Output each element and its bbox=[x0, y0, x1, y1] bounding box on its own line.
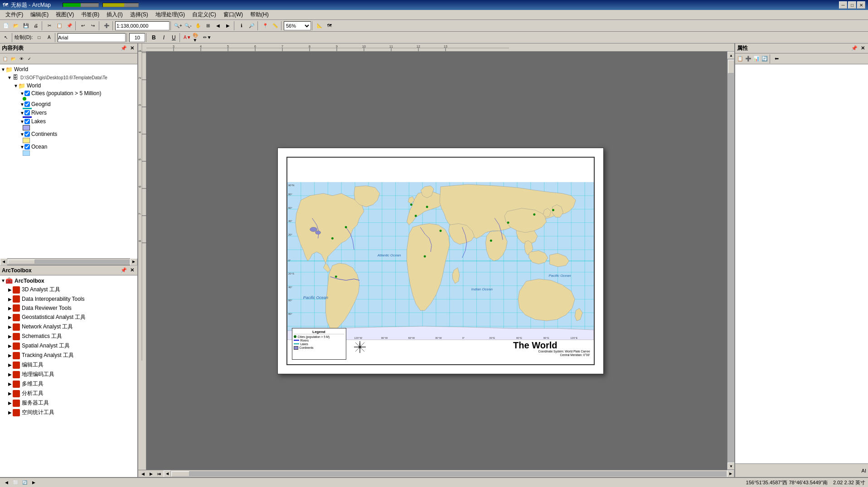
dr-expand[interactable]: ▶ bbox=[8, 306, 13, 311]
menu-view[interactable]: 视图(V) bbox=[52, 10, 78, 19]
rivers-checkbox[interactable] bbox=[24, 110, 30, 116]
toc-scroll-left[interactable]: ◀ bbox=[0, 258, 7, 265]
md-expand[interactable]: ▶ bbox=[8, 381, 13, 386]
ocean-checkbox[interactable] bbox=[24, 144, 30, 149]
menu-bookmarks[interactable]: 书签(B) bbox=[78, 10, 103, 19]
data-view-button[interactable]: 🗺 bbox=[325, 21, 335, 31]
find-button[interactable]: 🔎 bbox=[247, 21, 257, 31]
geo-expand[interactable]: ▶ bbox=[8, 315, 13, 320]
add-data-button[interactable]: ➕ bbox=[102, 21, 112, 31]
tool-data-reviewer[interactable]: ▶ Data Reviewer Tools bbox=[1, 304, 136, 313]
props-btn2[interactable]: ➕ bbox=[744, 55, 752, 63]
toc-list-by-source[interactable]: 📂 bbox=[9, 55, 17, 63]
an-expand[interactable]: ▶ bbox=[8, 391, 13, 396]
print-button[interactable]: 🖨 bbox=[31, 21, 41, 31]
draw-text[interactable]: A bbox=[44, 33, 54, 43]
tool-server[interactable]: ▶ 服务器工具 bbox=[1, 398, 136, 408]
paste-button[interactable]: 📌 bbox=[64, 21, 74, 31]
status-sync[interactable]: 🔄 bbox=[21, 479, 28, 486]
scroll-right-btn[interactable]: ▶ bbox=[727, 470, 734, 477]
toc-scroll-right[interactable]: ▶ bbox=[130, 258, 137, 265]
properties-close-button[interactable]: ✕ bbox=[859, 45, 866, 52]
tool-analysis[interactable]: ▶ 分析工具 bbox=[1, 389, 136, 398]
toc-list-by-visibility[interactable]: 👁 bbox=[17, 55, 25, 63]
full-extent-button[interactable]: ⊞ bbox=[203, 21, 213, 31]
status-page-left[interactable]: ◀ bbox=[3, 479, 10, 486]
back-extent-button[interactable]: ◀ bbox=[213, 21, 223, 31]
properties-pin-button[interactable]: 📌 bbox=[851, 45, 858, 52]
toc-pin-button[interactable]: 📌 bbox=[120, 45, 127, 52]
cities-checkbox[interactable] bbox=[24, 91, 30, 96]
rivers-expand[interactable]: ▼ bbox=[20, 111, 24, 116]
na-expand[interactable]: ▶ bbox=[8, 324, 13, 329]
edit-expand[interactable]: ▶ bbox=[8, 362, 13, 367]
italic-button[interactable]: I bbox=[159, 33, 169, 43]
menu-file[interactable]: 文件(F) bbox=[2, 10, 27, 19]
scroll-left-btn[interactable]: ◀ bbox=[164, 470, 171, 477]
map-scroll-up[interactable]: ▲ bbox=[727, 52, 734, 59]
page-nav-right[interactable]: ▶ bbox=[147, 470, 155, 477]
line-color-button[interactable]: ✏▼ bbox=[202, 33, 212, 43]
zoom-out-button[interactable]: 🔍- bbox=[183, 21, 193, 31]
copy-button[interactable]: 📋 bbox=[54, 21, 64, 31]
menu-help[interactable]: 帮助(H) bbox=[247, 10, 272, 19]
sch-expand[interactable]: ▶ bbox=[8, 334, 13, 339]
tool-geostatistical[interactable]: ▶ Geostatistical Analyst 工具 bbox=[1, 313, 136, 322]
geogrid-checkbox[interactable] bbox=[24, 101, 30, 107]
world-group-expand-icon[interactable]: ▼ bbox=[14, 83, 18, 88]
goto-xy-button[interactable]: 📍 bbox=[260, 21, 270, 31]
undo-button[interactable]: ↩ bbox=[78, 21, 88, 31]
status-toggle[interactable]: ⬜ bbox=[12, 479, 19, 486]
tool-3d-analyst[interactable]: ▶ 3D Analyst 工具 bbox=[1, 285, 136, 294]
underline-button[interactable]: U bbox=[169, 33, 179, 43]
ocean-expand[interactable]: ▼ bbox=[20, 145, 24, 149]
new-button[interactable]: 📄 bbox=[1, 21, 11, 31]
font-name-input[interactable] bbox=[58, 33, 126, 42]
toolbox-pin-button[interactable]: 📌 bbox=[120, 267, 127, 274]
map-scroll-track-v[interactable] bbox=[727, 59, 734, 463]
open-button[interactable]: 📂 bbox=[11, 21, 21, 31]
toc-scroll-track[interactable] bbox=[8, 260, 130, 264]
save-button[interactable]: 💾 bbox=[21, 21, 31, 31]
menu-insert[interactable]: 插入(I) bbox=[103, 10, 126, 19]
bold-button[interactable]: B bbox=[149, 33, 159, 43]
scale-input[interactable] bbox=[115, 21, 170, 30]
forward-extent-button[interactable]: ▶ bbox=[223, 21, 233, 31]
fill-color-button[interactable]: 🎨▼ bbox=[192, 33, 202, 43]
ss-expand[interactable]: ▶ bbox=[8, 410, 13, 415]
tool-edit[interactable]: ▶ 编辑工具 bbox=[1, 360, 136, 370]
page-nav-left[interactable]: ◀ bbox=[139, 470, 146, 477]
tool-schematics[interactable]: ▶ Schematics 工具 bbox=[1, 332, 136, 341]
path-expand-icon[interactable]: ▼ bbox=[7, 75, 12, 80]
tool-spatial-analyst[interactable]: ▶ Spatial Analyst 工具 bbox=[1, 341, 136, 351]
menu-window[interactable]: 窗口(W) bbox=[220, 10, 247, 19]
world-expand-icon[interactable]: ▼ bbox=[1, 67, 5, 72]
toolbox-root-expand[interactable]: ▼ bbox=[1, 278, 5, 283]
lakes-checkbox[interactable] bbox=[24, 119, 30, 124]
zoom-select[interactable]: 56% 100% 75% bbox=[284, 21, 311, 30]
srv-expand[interactable]: ▶ bbox=[8, 400, 13, 405]
gc-expand[interactable]: ▶ bbox=[8, 372, 13, 377]
continents-expand[interactable]: ▼ bbox=[20, 132, 24, 137]
map-scroll-thumb-v[interactable] bbox=[728, 60, 734, 73]
identify-button[interactable]: ℹ bbox=[237, 21, 247, 31]
menu-select[interactable]: 选择(S) bbox=[126, 10, 152, 19]
props-btn3[interactable]: 📊 bbox=[752, 55, 761, 63]
map-canvas[interactable]: Pacific Ocean Atlantic Ocean Indian Ocea… bbox=[146, 52, 734, 470]
di-expand[interactable]: ▶ bbox=[8, 297, 13, 302]
menu-geoprocessing[interactable]: 地理处理(G) bbox=[152, 10, 189, 19]
props-btn5[interactable]: ⬅ bbox=[772, 55, 781, 63]
maximize-button[interactable]: □ bbox=[848, 1, 856, 9]
scroll-thumb-h[interactable] bbox=[171, 471, 189, 477]
scroll-track-h[interactable] bbox=[171, 471, 727, 477]
layout-view-button[interactable]: 📐 bbox=[315, 21, 325, 31]
tool-data-interop[interactable]: ▶ Data Interoperability Tools bbox=[1, 294, 136, 304]
cities-expand[interactable]: ▼ bbox=[20, 91, 24, 96]
sa-expand[interactable]: ▶ bbox=[8, 343, 13, 348]
minimize-button[interactable]: ─ bbox=[839, 1, 847, 9]
tool-spatial-stats[interactable]: ▶ 空间统计工具 bbox=[1, 408, 136, 417]
menu-customize[interactable]: 自定义(C) bbox=[189, 10, 220, 19]
cut-button[interactable]: ✂ bbox=[44, 21, 54, 31]
close-button[interactable]: ✕ bbox=[857, 1, 865, 9]
zoom-in-button[interactable]: 🔍+ bbox=[173, 21, 183, 31]
